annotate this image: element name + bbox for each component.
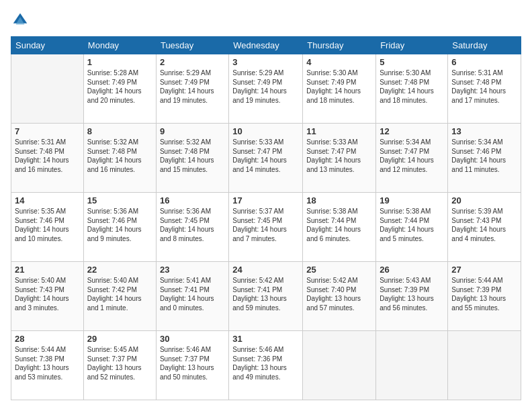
day-number: 18 — [306, 195, 372, 205]
weekday-header-tuesday: Tuesday — [156, 37, 228, 54]
calendar-cell — [376, 331, 448, 400]
calendar-cell: 7Sunrise: 5:31 AMSunset: 7:48 PMDaylight… — [11, 124, 84, 193]
logo — [11, 11, 32, 30]
calendar-table: SundayMondayTuesdayWednesdayThursdayFrid… — [11, 36, 521, 400]
calendar-cell: 13Sunrise: 5:34 AMSunset: 7:46 PMDayligh… — [448, 124, 521, 193]
calendar-cell: 29Sunrise: 5:45 AMSunset: 7:37 PMDayligh… — [83, 331, 156, 400]
weekday-header-sunday: Sunday — [11, 37, 84, 54]
cell-info: Sunrise: 5:33 AMSunset: 7:47 PMDaylight:… — [306, 138, 361, 173]
day-number: 29 — [87, 334, 152, 344]
day-number: 9 — [160, 126, 225, 136]
day-number: 5 — [380, 57, 444, 67]
calendar-cell: 20Sunrise: 5:39 AMSunset: 7:43 PMDayligh… — [448, 193, 521, 262]
cell-info: Sunrise: 5:33 AMSunset: 7:47 PMDaylight:… — [232, 138, 287, 173]
calendar-cell: 18Sunrise: 5:38 AMSunset: 7:44 PMDayligh… — [303, 193, 376, 262]
cell-info: Sunrise: 5:38 AMSunset: 7:44 PMDaylight:… — [306, 208, 361, 242]
day-number: 22 — [87, 265, 152, 275]
day-number: 23 — [160, 265, 225, 275]
calendar-cell: 22Sunrise: 5:40 AMSunset: 7:42 PMDayligh… — [83, 262, 156, 331]
day-number: 25 — [306, 265, 372, 275]
day-number: 6 — [451, 57, 517, 67]
day-number: 15 — [87, 195, 152, 205]
weekday-header-row: SundayMondayTuesdayWednesdayThursdayFrid… — [11, 37, 521, 54]
cell-info: Sunrise: 5:38 AMSunset: 7:44 PMDaylight:… — [380, 208, 434, 242]
week-row-4: 21Sunrise: 5:40 AMSunset: 7:43 PMDayligh… — [11, 262, 521, 331]
calendar-cell: 1Sunrise: 5:28 AMSunset: 7:49 PMDaylight… — [83, 54, 156, 124]
calendar-cell: 21Sunrise: 5:40 AMSunset: 7:43 PMDayligh… — [11, 262, 84, 331]
cell-info: Sunrise: 5:37 AMSunset: 7:45 PMDaylight:… — [232, 208, 287, 242]
weekday-header-friday: Friday — [376, 37, 448, 54]
cell-info: Sunrise: 5:29 AMSunset: 7:49 PMDaylight:… — [160, 69, 214, 104]
weekday-header-wednesday: Wednesday — [229, 37, 303, 54]
day-number: 16 — [160, 195, 225, 205]
cell-info: Sunrise: 5:34 AMSunset: 7:46 PMDaylight:… — [451, 138, 506, 173]
calendar-cell: 8Sunrise: 5:32 AMSunset: 7:48 PMDaylight… — [83, 124, 156, 193]
cell-info: Sunrise: 5:36 AMSunset: 7:46 PMDaylight:… — [87, 208, 142, 242]
day-number: 4 — [306, 57, 372, 67]
calendar-cell: 19Sunrise: 5:38 AMSunset: 7:44 PMDayligh… — [376, 193, 448, 262]
calendar-cell: 17Sunrise: 5:37 AMSunset: 7:45 PMDayligh… — [229, 193, 303, 262]
day-number: 31 — [232, 334, 299, 344]
cell-info: Sunrise: 5:43 AMSunset: 7:39 PMDaylight:… — [380, 277, 434, 312]
header — [11, 11, 521, 30]
calendar-cell: 28Sunrise: 5:44 AMSunset: 7:38 PMDayligh… — [11, 331, 84, 400]
day-number: 20 — [451, 195, 517, 205]
day-number: 17 — [232, 195, 299, 205]
calendar-cell — [303, 331, 376, 400]
cell-info: Sunrise: 5:44 AMSunset: 7:38 PMDaylight:… — [15, 346, 69, 381]
day-number: 2 — [160, 57, 225, 67]
cell-info: Sunrise: 5:31 AMSunset: 7:48 PMDaylight:… — [451, 69, 506, 104]
week-row-1: 1Sunrise: 5:28 AMSunset: 7:49 PMDaylight… — [11, 54, 521, 124]
cell-info: Sunrise: 5:44 AMSunset: 7:39 PMDaylight:… — [451, 277, 506, 312]
weekday-header-saturday: Saturday — [448, 37, 521, 54]
calendar-cell: 2Sunrise: 5:29 AMSunset: 7:49 PMDaylight… — [156, 54, 228, 124]
weekday-header-thursday: Thursday — [303, 37, 376, 54]
calendar-cell: 23Sunrise: 5:41 AMSunset: 7:41 PMDayligh… — [156, 262, 228, 331]
day-number: 21 — [15, 265, 80, 275]
calendar-cell — [11, 54, 84, 124]
day-number: 10 — [232, 126, 299, 136]
calendar-cell: 4Sunrise: 5:30 AMSunset: 7:49 PMDaylight… — [303, 54, 376, 124]
cell-info: Sunrise: 5:45 AMSunset: 7:37 PMDaylight:… — [87, 346, 142, 381]
cell-info: Sunrise: 5:34 AMSunset: 7:47 PMDaylight:… — [380, 138, 434, 173]
calendar-cell: 30Sunrise: 5:46 AMSunset: 7:37 PMDayligh… — [156, 331, 228, 400]
calendar-cell: 27Sunrise: 5:44 AMSunset: 7:39 PMDayligh… — [448, 262, 521, 331]
calendar-cell: 9Sunrise: 5:32 AMSunset: 7:48 PMDaylight… — [156, 124, 228, 193]
day-number: 27 — [451, 265, 517, 275]
day-number: 1 — [87, 57, 152, 67]
cell-info: Sunrise: 5:30 AMSunset: 7:49 PMDaylight:… — [306, 69, 361, 104]
day-number: 28 — [15, 334, 80, 344]
cell-info: Sunrise: 5:41 AMSunset: 7:41 PMDaylight:… — [160, 277, 214, 312]
day-number: 12 — [380, 126, 444, 136]
cell-info: Sunrise: 5:36 AMSunset: 7:45 PMDaylight:… — [160, 208, 214, 242]
cell-info: Sunrise: 5:32 AMSunset: 7:48 PMDaylight:… — [87, 138, 142, 173]
day-number: 7 — [15, 126, 80, 136]
cell-info: Sunrise: 5:42 AMSunset: 7:41 PMDaylight:… — [232, 277, 287, 312]
calendar-cell: 5Sunrise: 5:30 AMSunset: 7:48 PMDaylight… — [376, 54, 448, 124]
day-number: 19 — [380, 195, 444, 205]
cell-info: Sunrise: 5:46 AMSunset: 7:36 PMDaylight:… — [232, 346, 287, 381]
cell-info: Sunrise: 5:31 AMSunset: 7:48 PMDaylight:… — [15, 138, 69, 173]
cell-info: Sunrise: 5:35 AMSunset: 7:46 PMDaylight:… — [15, 208, 69, 242]
calendar-cell: 10Sunrise: 5:33 AMSunset: 7:47 PMDayligh… — [229, 124, 303, 193]
cell-info: Sunrise: 5:42 AMSunset: 7:40 PMDaylight:… — [306, 277, 361, 312]
calendar-cell: 14Sunrise: 5:35 AMSunset: 7:46 PMDayligh… — [11, 193, 84, 262]
day-number: 30 — [160, 334, 225, 344]
logo-icon — [11, 11, 30, 30]
week-row-3: 14Sunrise: 5:35 AMSunset: 7:46 PMDayligh… — [11, 193, 521, 262]
calendar-cell: 31Sunrise: 5:46 AMSunset: 7:36 PMDayligh… — [229, 331, 303, 400]
cell-info: Sunrise: 5:28 AMSunset: 7:49 PMDaylight:… — [87, 69, 142, 104]
page: SundayMondayTuesdayWednesdayThursdayFrid… — [0, 0, 532, 411]
cell-info: Sunrise: 5:39 AMSunset: 7:43 PMDaylight:… — [451, 208, 506, 242]
cell-info: Sunrise: 5:40 AMSunset: 7:43 PMDaylight:… — [15, 277, 69, 312]
cell-info: Sunrise: 5:32 AMSunset: 7:48 PMDaylight:… — [160, 138, 214, 173]
calendar-cell: 6Sunrise: 5:31 AMSunset: 7:48 PMDaylight… — [448, 54, 521, 124]
cell-info: Sunrise: 5:30 AMSunset: 7:48 PMDaylight:… — [380, 69, 434, 104]
cell-info: Sunrise: 5:40 AMSunset: 7:42 PMDaylight:… — [87, 277, 142, 312]
calendar-cell: 11Sunrise: 5:33 AMSunset: 7:47 PMDayligh… — [303, 124, 376, 193]
day-number: 24 — [232, 265, 299, 275]
calendar-cell: 12Sunrise: 5:34 AMSunset: 7:47 PMDayligh… — [376, 124, 448, 193]
calendar-cell: 3Sunrise: 5:29 AMSunset: 7:49 PMDaylight… — [229, 54, 303, 124]
day-number: 26 — [380, 265, 444, 275]
calendar-cell: 26Sunrise: 5:43 AMSunset: 7:39 PMDayligh… — [376, 262, 448, 331]
